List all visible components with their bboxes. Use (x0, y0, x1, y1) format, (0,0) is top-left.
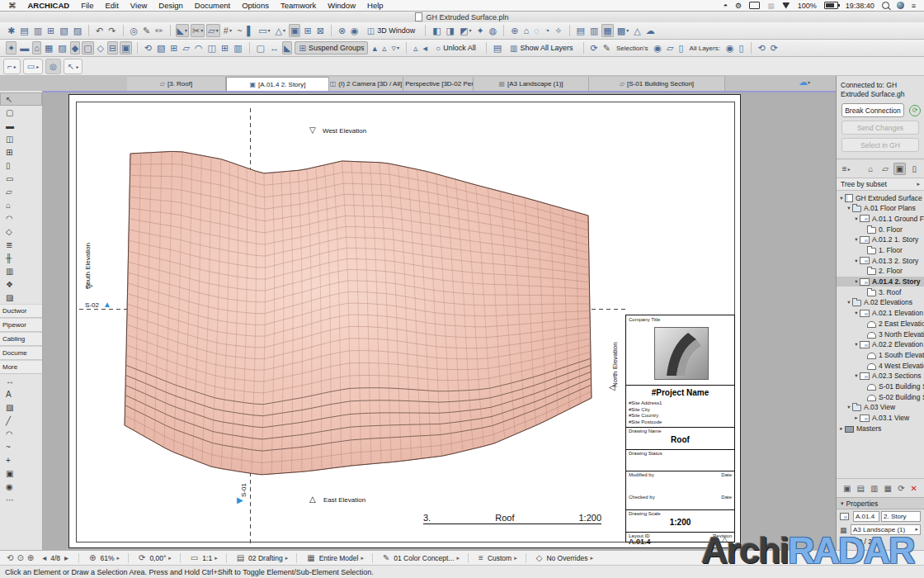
section-s01-marker-icon[interactable]: ▶ (237, 496, 243, 505)
east-elevation-label[interactable]: East Elevation (323, 496, 365, 504)
look-to-icon[interactable]: ◌ (532, 24, 541, 37)
organizer-icon[interactable]: ▧ (58, 24, 69, 37)
layout-book-icon[interactable]: ▣ (893, 163, 907, 175)
grid-display-icon[interactable]: ⊞ (302, 24, 313, 37)
isolate-selection-icon[interactable]: ▯ (677, 41, 686, 54)
toolbox-group-docume[interactable]: Docume (0, 346, 42, 360)
tree-item[interactable]: ▾A.01.3 2. Story (837, 255, 924, 266)
delete-icon[interactable]: ✕ (911, 484, 917, 493)
3d-window-button[interactable]: ◫3D Window (363, 24, 419, 37)
drawing-title[interactable]: 3. Roof 1:200 (423, 513, 601, 524)
east-elevation-marker-icon[interactable]: △ (309, 495, 316, 504)
mirror-icon[interactable]: ▧ (155, 41, 167, 54)
perspective-icon[interactable]: ◩▾ (458, 24, 473, 37)
redraw-icon[interactable]: ⟲ (757, 41, 767, 54)
section-s02-label[interactable]: S-02 (85, 301, 99, 309)
roof-tool[interactable]: ⌂ (0, 198, 42, 211)
select-group-icon[interactable]: ⊟ (107, 41, 118, 54)
home-view-icon[interactable]: ⌂ (521, 24, 530, 37)
tree-item[interactable]: ▸A.03.1 View (837, 413, 924, 424)
notification-center-icon[interactable]: ≡ (912, 2, 916, 10)
west-elevation-marker-icon[interactable]: ▽ (309, 126, 316, 135)
show-all-layers-button[interactable]: ▥Show All Layers (506, 41, 578, 54)
marquee-thin-icon[interactable]: ▢ (82, 41, 93, 54)
dimension-tool[interactable]: ↔ (0, 374, 42, 387)
tree-item[interactable]: S-01 Building Sec (837, 381, 924, 392)
geometry-method-widget[interactable]: ⌐▸ (3, 59, 21, 74)
show-selection-eye-icon[interactable]: ◉ (652, 41, 663, 54)
autogroup-icon[interactable]: ◣ (282, 41, 292, 54)
tree-expander-icon[interactable]: ▾ (853, 216, 860, 222)
unlock-icon[interactable]: ◂ (422, 41, 430, 54)
snap-guides-icon[interactable]: ▱▾ (206, 24, 219, 37)
zoom-history-back-icon[interactable]: ⟲ (7, 553, 13, 562)
tree-expander-icon[interactable]: ▾ (838, 195, 845, 201)
layer-settings-icon[interactable]: ▤ (492, 41, 503, 54)
rotate-method-widget[interactable]: ◎ (45, 59, 61, 74)
camera-path-icon[interactable]: ◔ (543, 24, 552, 37)
tree-item[interactable]: 2. Floor (837, 266, 924, 277)
morph-tool[interactable]: ◇ (0, 225, 42, 238)
menu-item-options[interactable]: Options (242, 1, 269, 10)
tab-1[interactable]: ▱[3. Roof] (127, 77, 226, 91)
marquee-tool[interactable]: ▢ (0, 106, 42, 119)
tree-expander-icon[interactable]: ▾ (846, 299, 852, 306)
hatch-preset-icon[interactable]: ▨ (56, 41, 68, 54)
paste-icon[interactable]: ▥ (588, 24, 600, 37)
tree-item[interactable]: 3 North Elevation (837, 329, 924, 339)
renovation-icon[interactable]: ⟳ (589, 41, 600, 54)
graphic-overrides-combo[interactable]: ◇No Overrides▸ (535, 553, 593, 562)
apple-menu-icon[interactable]: ⌘ (8, 1, 16, 10)
guide-lines-icon[interactable]: ◣▾ (176, 24, 189, 37)
toolbox-group-cabling[interactable]: Cabling (0, 332, 42, 346)
ungroup-icon[interactable]: ↔ (268, 41, 280, 54)
redo-icon[interactable]: ↷ (106, 24, 117, 37)
arrow-tool[interactable]: ↖ (0, 92, 42, 106)
tree-item[interactable]: ▾A.02.3 Sections (837, 371, 924, 381)
publisher-icon[interactable]: ▯ (908, 163, 921, 175)
north-elevation-marker-icon[interactable]: ◁ (609, 383, 615, 391)
arrow-method-widget[interactable]: ▭▸ (23, 59, 43, 74)
wall-preset-icon[interactable]: ▬ (18, 41, 31, 54)
dimension-style-combo[interactable]: ≡Custom▸ (477, 553, 517, 562)
mesh-preset-icon[interactable]: ▦ (43, 41, 54, 54)
tree-item[interactable]: S-02 Building Sec (837, 391, 924, 402)
multiply-icon[interactable]: ⊞ (168, 41, 179, 54)
more-tools[interactable]: ⋯ (0, 493, 42, 506)
explore-model-icon[interactable]: ✦ (474, 24, 485, 37)
roof-preset-icon[interactable]: ⌂ (32, 41, 41, 54)
favorites-icon[interactable]: ✦ (6, 41, 16, 54)
magic-wand-icon[interactable]: ~ (235, 24, 243, 37)
cloud-sync-icon[interactable]: ☁ (644, 24, 657, 37)
tree-expander-icon[interactable]: ▾ (853, 278, 860, 285)
aspect-ratio-combo[interactable]: ▭1:1▸ (189, 553, 218, 562)
structure-display-combo[interactable]: ▦Entire Model▸ (305, 553, 364, 562)
menu-item-archicad[interactable]: ARCHICAD (28, 1, 70, 10)
stair-tool[interactable]: ≣ (0, 238, 42, 251)
pen-set-combo[interactable]: ✎01 Color Concept...▸ (381, 553, 460, 562)
hide-selection-icon[interactable]: ▱ (665, 41, 675, 54)
text-tool[interactable]: A (0, 387, 42, 400)
toolbox-group-pipewor[interactable]: Pipewor (0, 318, 42, 332)
copy-icon[interactable]: ▤ (575, 24, 587, 37)
marquee-options-icon[interactable]: ▭▾ (257, 24, 271, 37)
tree-expander-icon[interactable]: ▸ (853, 415, 860, 421)
tree-item[interactable]: ▾A.02 Elevations (837, 297, 924, 308)
unlock-all-button[interactable]: ○Unlock All (431, 41, 480, 54)
arc-tool[interactable]: ◠ (0, 427, 42, 440)
clean-walls-icon[interactable]: ⊠ (315, 24, 326, 37)
tree-item[interactable]: 0. Floor (837, 224, 924, 235)
new-master-icon[interactable]: ▥ (870, 484, 878, 493)
beam-tool[interactable]: ▭ (0, 172, 42, 185)
tree-item[interactable]: ▾A.01.2 1. Story (837, 235, 924, 245)
zone-tool[interactable]: ▨ (0, 291, 42, 304)
tree-expander-icon[interactable]: ▾ (846, 205, 852, 211)
menu-item-edit[interactable]: Edit (105, 1, 118, 10)
sun-study-icon[interactable]: ✧ (553, 24, 563, 37)
tab-3[interactable]: ◫(I) 2 Camera [3D / All] (329, 77, 403, 91)
trim-icon[interactable]: ✂▾ (191, 24, 205, 37)
split-icon[interactable]: ⊗ (337, 24, 347, 37)
tree-expander-icon[interactable]: ▾ (853, 236, 860, 243)
menu-item-design[interactable]: Design (158, 1, 183, 10)
tree-expander-icon[interactable]: ▾ (853, 372, 860, 379)
